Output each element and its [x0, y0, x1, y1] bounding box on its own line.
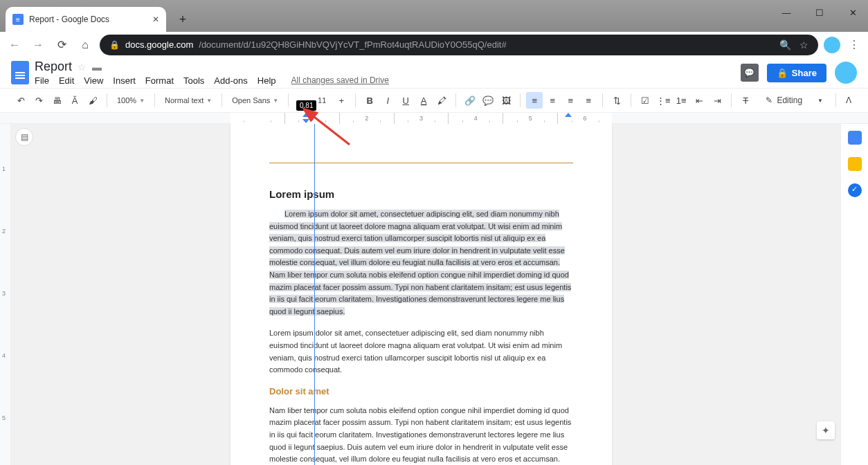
- show-outline-button[interactable]: ▤: [15, 128, 33, 146]
- pencil-icon: ✎: [766, 95, 772, 105]
- vertical-ruler[interactable]: 1 2 3 4 5: [0, 124, 11, 465]
- reload-button[interactable]: ⟳: [53, 36, 71, 54]
- save-status[interactable]: All changes saved in Drive: [291, 75, 389, 86]
- close-tab-icon[interactable]: ✕: [152, 15, 159, 24]
- zoom-icon[interactable]: 🔍: [779, 39, 791, 51]
- menu-view[interactable]: View: [84, 75, 103, 86]
- text-color-button[interactable]: A: [415, 92, 432, 109]
- tasks-addon-icon[interactable]: [848, 183, 862, 197]
- decrease-indent-button[interactable]: ⇤: [691, 92, 707, 109]
- url-domain: docs.google.com: [125, 39, 193, 50]
- line-spacing-button[interactable]: ⇅: [608, 92, 625, 109]
- url-path: /document/d/1u92QH8GiHNbVQVjYcVT_fPmRot4…: [199, 39, 506, 50]
- keep-addon-icon[interactable]: [848, 157, 862, 171]
- paragraph[interactable]: Nam liber tempor cum soluta nobis eleife…: [269, 405, 573, 465]
- style-dropdown[interactable]: Normal text▼: [161, 92, 216, 109]
- clear-formatting-button[interactable]: T: [737, 92, 754, 109]
- redo-button[interactable]: ↷: [30, 92, 47, 109]
- back-button[interactable]: ←: [6, 36, 24, 54]
- close-window-button[interactable]: ✕: [843, 6, 862, 19]
- highlight-color-button[interactable]: 🖍: [433, 92, 450, 109]
- spellcheck-button[interactable]: Ă: [66, 92, 83, 109]
- star-document-icon[interactable]: ☆: [78, 62, 87, 73]
- paragraph[interactable]: Lorem ipsum dolor sit amet, consectetuer…: [269, 208, 573, 318]
- forward-button: →: [29, 36, 47, 54]
- share-button[interactable]: 🔒 Share: [767, 64, 826, 82]
- add-comment-button[interactable]: 💬: [480, 92, 496, 109]
- indent-tooltip: 0.81: [296, 100, 316, 111]
- account-avatar[interactable]: [835, 62, 857, 84]
- left-indent-marker[interactable]: [302, 119, 309, 123]
- browser-tab[interactable]: ≡ Report - Google Docs ✕: [6, 7, 166, 32]
- heading-1[interactable]: Lorem ipsum: [269, 188, 573, 200]
- bulleted-list-button[interactable]: ⋮≡: [655, 92, 671, 109]
- mode-dropdown[interactable]: ✎ Editing ▼: [759, 95, 830, 105]
- increase-indent-button[interactable]: ⇥: [709, 92, 725, 109]
- browser-menu-button[interactable]: ⋮: [846, 37, 862, 53]
- menu-insert[interactable]: Insert: [113, 75, 136, 86]
- calendar-addon-icon[interactable]: [848, 131, 862, 145]
- bold-button[interactable]: B: [361, 92, 378, 109]
- right-indent-marker[interactable]: [565, 113, 572, 117]
- print-button[interactable]: 🖶: [48, 92, 65, 109]
- horizontal-ruler[interactable]: 0.81 1 2 3 4 5 6: [0, 113, 868, 124]
- url-input[interactable]: 🔒 docs.google.com/document/d/1u92QH8GiHN…: [100, 35, 818, 55]
- maximize-button[interactable]: ☐: [810, 6, 829, 19]
- menu-tools[interactable]: Tools: [183, 75, 204, 86]
- menu-format[interactable]: Format: [145, 75, 174, 86]
- document-page[interactable]: Lorem ipsum Lorem ipsum dolor sit amet, …: [230, 124, 612, 465]
- docs-favicon: ≡: [12, 14, 24, 25]
- toolbar: ↶ ↷ 🖶 Ă 🖌 100%▼ Normal text▼ Open Sans▼ …: [0, 88, 868, 113]
- horizontal-rule: [269, 163, 573, 163]
- lock-icon: 🔒: [109, 40, 120, 50]
- home-button[interactable]: ⌂: [76, 36, 94, 54]
- lock-share-icon: 🔒: [777, 68, 788, 78]
- numbered-list-button[interactable]: 1≡: [673, 92, 689, 109]
- insert-link-button[interactable]: 🔗: [462, 92, 478, 109]
- move-folder-icon[interactable]: ▬: [92, 62, 102, 73]
- menu-edit[interactable]: Edit: [59, 75, 74, 86]
- side-panel: [840, 124, 868, 465]
- align-justify-button[interactable]: ≡: [580, 92, 597, 109]
- undo-button[interactable]: ↶: [12, 92, 29, 109]
- paint-format-button[interactable]: 🖌: [84, 92, 101, 109]
- increase-font-button[interactable]: +: [333, 92, 350, 109]
- star-icon[interactable]: ☆: [799, 39, 808, 51]
- align-center-button[interactable]: ≡: [544, 92, 561, 109]
- collapse-toolbar-button[interactable]: ᐱ: [842, 93, 856, 107]
- heading-2[interactable]: Dolor sit amet: [269, 386, 573, 396]
- profile-avatar[interactable]: [824, 37, 840, 53]
- minimize-button[interactable]: —: [777, 6, 796, 19]
- tab-title: Report - Google Docs: [29, 15, 109, 24]
- menu-addons[interactable]: Add-ons: [214, 75, 247, 86]
- italic-button[interactable]: I: [379, 92, 396, 109]
- browser-url-bar: ← → ⟳ ⌂ 🔒 docs.google.com/document/d/1u9…: [0, 32, 868, 57]
- browser-titlebar: ≡ Report - Google Docs ✕ + — ☐ ✕: [0, 0, 868, 32]
- underline-button[interactable]: U: [397, 92, 414, 109]
- first-line-indent-marker[interactable]: [302, 113, 309, 117]
- docs-header: Report ☆ ▬ File Edit View Insert Format …: [0, 57, 868, 88]
- insert-image-button[interactable]: 🖼: [498, 92, 514, 109]
- font-dropdown[interactable]: Open Sans▼: [228, 92, 282, 109]
- document-title[interactable]: Report: [35, 60, 72, 74]
- docs-logo-icon[interactable]: [11, 61, 29, 84]
- menu-help[interactable]: Help: [257, 75, 276, 86]
- menu-file[interactable]: File: [35, 75, 49, 86]
- zoom-dropdown[interactable]: 100%▼: [113, 92, 149, 109]
- document-canvas[interactable]: Lorem ipsum Lorem ipsum dolor sit amet, …: [11, 124, 840, 465]
- comments-button[interactable]: 💬: [741, 64, 759, 82]
- explore-button[interactable]: ✦: [817, 421, 835, 439]
- checklist-button[interactable]: ☑: [637, 92, 653, 109]
- align-right-button[interactable]: ≡: [562, 92, 579, 109]
- paragraph[interactable]: Lorem ipsum dolor sit amet, consectetuer…: [269, 327, 573, 376]
- align-left-button[interactable]: ≡: [526, 92, 543, 109]
- new-tab-button[interactable]: +: [173, 10, 192, 29]
